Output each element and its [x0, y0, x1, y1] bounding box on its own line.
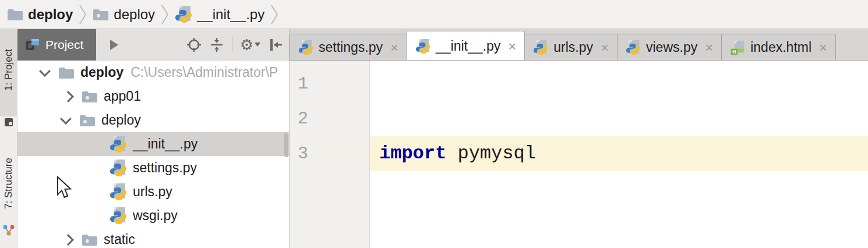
tab-label: index.html: [750, 40, 811, 55]
tree-row-deploy-root[interactable]: deploy C:\Users\Administrator\P: [17, 61, 289, 84]
chevron-right-icon: [270, 4, 278, 25]
editor-area: settings.py × __init__.py × urls.py ×: [290, 29, 868, 248]
tree-item-label: wsgi.py: [133, 208, 178, 224]
settings-gear-icon[interactable]: ⚙: [240, 37, 260, 52]
close-icon[interactable]: ×: [601, 40, 609, 56]
package-folder-icon: [79, 114, 96, 127]
tab-settings-py[interactable]: settings.py ×: [290, 34, 407, 61]
tab-label: __init__.py: [436, 38, 500, 54]
tree-row-deploy-pkg[interactable]: deploy: [17, 108, 289, 132]
breadcrumb: deploy deploy __init__.py: [0, 0, 868, 29]
chevron-right-icon: [79, 4, 87, 25]
collapse-all-icon[interactable]: [209, 37, 224, 52]
html-file-icon: H: [730, 40, 745, 56]
close-icon[interactable]: ×: [819, 40, 827, 56]
tab-label: urls.py: [553, 40, 593, 55]
project-tree: deploy C:\Users\Administrator\P app01 de…: [17, 61, 289, 247]
tree-item-label: deploy: [80, 65, 124, 80]
project-panel-header: Project ⚙: [17, 29, 289, 61]
tree-item-label: __init__.py: [133, 136, 197, 152]
project-root-path: C:\Users\Administrator\P: [130, 65, 278, 80]
editor-tab-bar: settings.py × __init__.py × urls.py ×: [290, 29, 868, 61]
tree-row-app01[interactable]: app01: [17, 84, 289, 108]
chevron-down-icon[interactable]: [39, 65, 51, 77]
code-text: pymysql: [446, 136, 536, 171]
python-file-icon: [110, 183, 127, 201]
project-view-title: Project: [45, 38, 83, 52]
mouse-cursor: [56, 176, 73, 200]
tool-button-project-label[interactable]: 1: Project: [3, 49, 15, 91]
hide-panel-icon[interactable]: [268, 37, 283, 52]
tree-item-label: settings.py: [133, 160, 197, 176]
chevron-right-icon[interactable]: [62, 91, 74, 102]
tool-window-strip: 1: Project 7: Structure: [0, 29, 17, 248]
chevron-down-icon[interactable]: [60, 113, 72, 125]
editor-gutter: 1 2 3: [290, 61, 370, 248]
python-file-icon: [110, 159, 127, 178]
project-toolbar: ⚙: [186, 37, 289, 52]
tree-item-label: deploy: [101, 112, 141, 128]
python-file-icon: [626, 40, 641, 56]
python-file-icon: [415, 38, 431, 55]
tab-views-py[interactable]: views.py ×: [617, 34, 721, 61]
breadcrumb-label: deploy: [28, 6, 73, 23]
tree-row-init-py[interactable]: __init__.py: [17, 132, 289, 156]
keyword-import: import: [379, 136, 446, 171]
package-folder-icon: [82, 233, 98, 246]
tree-item-label: static: [104, 232, 135, 247]
locate-icon[interactable]: [186, 37, 202, 52]
close-icon[interactable]: ×: [705, 40, 713, 56]
python-file-icon: [533, 40, 548, 56]
tool-button-structure-label[interactable]: 7: Structure: [3, 158, 15, 209]
expand-views-icon[interactable]: [110, 40, 118, 50]
code-line-2: [379, 241, 868, 248]
toolbar-separator: [232, 37, 232, 52]
chevron-right-icon: [161, 4, 169, 25]
package-folder-icon: [82, 90, 98, 103]
close-icon[interactable]: ×: [508, 38, 516, 55]
python-file-icon: [110, 207, 127, 225]
code-line-1: import pymysql: [379, 136, 868, 171]
tree-row-static[interactable]: static: [17, 228, 289, 247]
pycharm-window: deploy deploy __init__.py 1: Project: [0, 0, 868, 248]
tab-init-py[interactable]: __init__.py ×: [407, 31, 525, 61]
tab-index-html[interactable]: H index.html ×: [721, 34, 836, 61]
breadcrumb-item-init-file[interactable]: __init__.py: [172, 5, 267, 24]
python-file-icon: [110, 135, 127, 154]
tab-urls-py[interactable]: urls.py ×: [525, 34, 617, 61]
breadcrumb-label: deploy: [114, 6, 155, 23]
tab-label: settings.py: [319, 40, 383, 55]
svg-text:H: H: [732, 48, 736, 54]
python-file-icon: [175, 5, 192, 24]
folder-icon: [58, 66, 75, 79]
project-tool-icon: [4, 118, 13, 127]
package-folder-icon: [93, 8, 109, 21]
tree-row-wsgi-py[interactable]: wsgi.py: [17, 204, 289, 228]
python-file-icon: [298, 40, 313, 56]
code-editor[interactable]: 1 2 3 import pymysql pymysql.install_as_…: [290, 61, 868, 248]
project-panel: Project ⚙: [17, 29, 290, 248]
line-number: 1: [298, 66, 369, 101]
chevron-right-icon[interactable]: [62, 234, 74, 246]
project-view-selector[interactable]: Project: [17, 29, 96, 61]
tree-item-label: urls.py: [133, 184, 172, 200]
breadcrumb-item-deploy-dir[interactable]: deploy: [90, 6, 157, 23]
structure-icon: [2, 224, 15, 237]
scrollbar-thumb[interactable]: [284, 133, 288, 157]
breadcrumb-item-project-root[interactable]: deploy: [5, 6, 75, 23]
close-icon[interactable]: ×: [390, 40, 398, 56]
line-number: 2: [298, 101, 369, 136]
line-number: 3: [298, 136, 369, 171]
project-view-icon: [26, 38, 40, 51]
tab-label: views.py: [646, 40, 697, 55]
breadcrumb-label: __init__.py: [197, 6, 264, 23]
code-content[interactable]: import pymysql pymysql.install_as_MySQLd…: [370, 61, 868, 248]
tree-item-label: app01: [104, 88, 141, 104]
folder-icon: [7, 8, 23, 21]
